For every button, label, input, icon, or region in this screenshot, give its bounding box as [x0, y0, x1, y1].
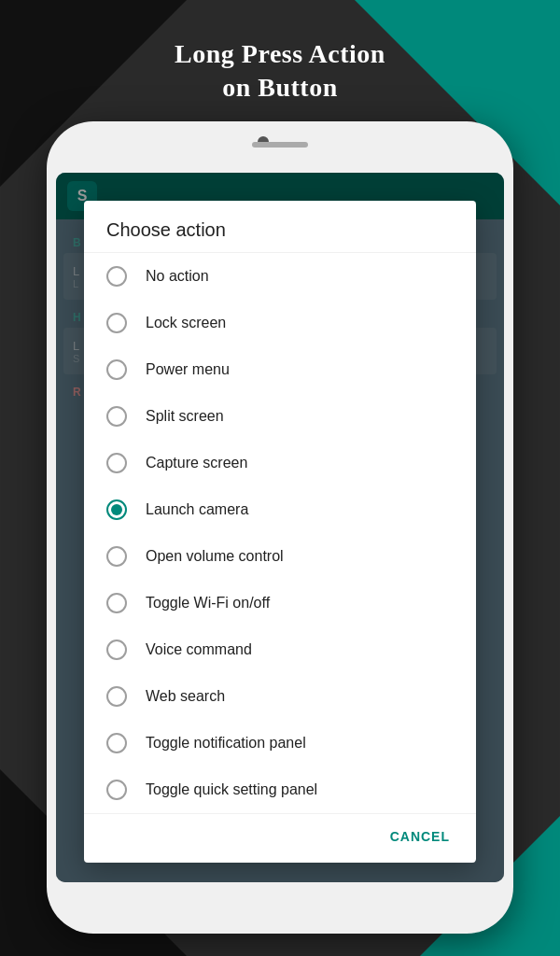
page-title: Long Press Action on Button: [0, 37, 560, 105]
option-label-open-volume: Open volume control: [146, 548, 284, 565]
option-lock-screen[interactable]: Lock screen: [84, 300, 476, 346]
title-area: Long Press Action on Button: [0, 37, 560, 105]
option-label-launch-camera: Launch camera: [146, 501, 248, 518]
option-capture-screen[interactable]: Capture screen: [84, 440, 476, 486]
radio-capture-screen: [106, 453, 127, 473]
radio-lock-screen: [106, 313, 127, 333]
radio-toggle-notification: [106, 733, 127, 753]
option-label-web-search: Web search: [146, 688, 225, 705]
phone-frame: S B L L H L S R: [47, 121, 513, 934]
cancel-button[interactable]: CANCEL: [379, 822, 461, 851]
option-label-lock-screen: Lock screen: [146, 315, 226, 331]
option-label-toggle-quick-setting: Toggle quick setting panel: [146, 781, 317, 798]
option-label-voice-command: Voice command: [146, 641, 252, 658]
dialog-overlay: Choose action No action Lock screen Powe…: [56, 173, 504, 882]
radio-launch-camera: [106, 499, 127, 520]
option-power-menu[interactable]: Power menu: [84, 346, 476, 393]
dialog-actions: CANCEL: [84, 813, 476, 863]
radio-web-search: [106, 686, 127, 707]
option-open-volume[interactable]: Open volume control: [84, 533, 476, 580]
radio-toggle-wifi: [106, 593, 127, 613]
radio-split-screen: [106, 406, 127, 427]
option-launch-camera[interactable]: Launch camera: [84, 486, 476, 533]
option-label-toggle-notification: Toggle notification panel: [146, 735, 306, 752]
choose-action-dialog: Choose action No action Lock screen Powe…: [84, 201, 476, 863]
radio-no-action: [106, 266, 127, 287]
option-voice-command[interactable]: Voice command: [84, 626, 476, 673]
option-toggle-wifi[interactable]: Toggle Wi-Fi on/off: [84, 580, 476, 626]
radio-power-menu: [106, 359, 127, 380]
option-web-search[interactable]: Web search: [84, 673, 476, 720]
radio-inner-launch-camera: [111, 504, 122, 515]
phone-screen: S B L L H L S R: [56, 173, 504, 882]
phone-speaker: [252, 142, 308, 148]
radio-voice-command: [106, 640, 127, 660]
option-toggle-quick-setting[interactable]: Toggle quick setting panel: [84, 766, 476, 813]
radio-open-volume: [106, 546, 127, 567]
option-label-split-screen: Split screen: [146, 408, 224, 425]
dialog-title: Choose action: [84, 201, 476, 253]
option-label-toggle-wifi: Toggle Wi-Fi on/off: [146, 595, 270, 612]
radio-toggle-quick-setting: [106, 780, 127, 800]
option-label-power-menu: Power menu: [146, 361, 230, 378]
option-label-no-action: No action: [146, 268, 209, 285]
option-toggle-notification[interactable]: Toggle notification panel: [84, 720, 476, 766]
options-list: No action Lock screen Power menu Split s…: [84, 253, 476, 813]
option-split-screen[interactable]: Split screen: [84, 393, 476, 440]
option-no-action[interactable]: No action: [84, 253, 476, 300]
option-label-capture-screen: Capture screen: [146, 455, 247, 471]
